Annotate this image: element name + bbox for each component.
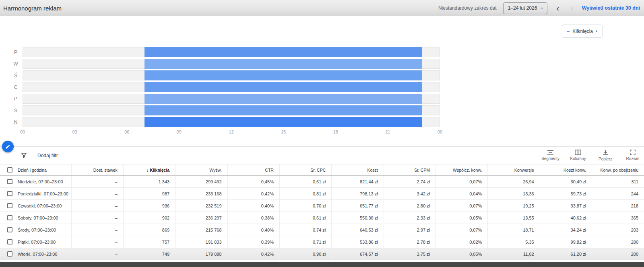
row-checkbox[interactable]	[7, 239, 12, 244]
metric-cell: 3,75 zł	[384, 248, 436, 260]
column-header[interactable]: ↓Kliknięcia	[123, 164, 175, 176]
metric-cell: 99,82 zł	[540, 236, 592, 248]
day-hour-cell: Poniedziałki, 07:00–23:00	[0, 188, 71, 200]
metric-cell: 757	[123, 236, 175, 248]
column-header[interactable]: Konwersje	[488, 164, 540, 176]
column-header-label: Śr. CPM	[414, 168, 430, 173]
next-period-button[interactable]: ›	[568, 4, 576, 12]
chart-day-row: P	[23, 94, 440, 104]
row-checkbox[interactable]	[7, 227, 12, 232]
column-header-label: Śr. CPC	[310, 168, 326, 173]
table-row: Niedziele, 07:00–23:00–1 343299 4920,45%…	[0, 176, 644, 188]
chart-day-label: Ś	[11, 73, 20, 78]
column-header[interactable]: Wyśw.	[175, 164, 227, 176]
metric-cell: 33,87 zł	[540, 200, 592, 212]
metric-cell: 550,36 zł	[332, 212, 384, 224]
metric-cell: 34,24 zł	[540, 224, 592, 236]
axis-tick-label: 00	[20, 129, 25, 134]
day-hour-label: Wtorki, 07:00–23:00	[18, 252, 57, 257]
metric-cell: 200	[592, 248, 644, 260]
show-last-30-days-link[interactable]: Wyświetl ostatnie 30 dni	[582, 5, 640, 11]
column-header[interactable]: Konw. po obejrzeniu	[592, 164, 644, 176]
table-header-row: Dzień i godzinaDost. stawek↓KliknięciaWy…	[0, 164, 644, 176]
column-header[interactable]: Koszt	[332, 164, 384, 176]
metric-cell: –	[71, 212, 123, 224]
axis-tick-label: 18	[333, 129, 338, 134]
metric-cell: –	[71, 176, 123, 188]
table-action-download[interactable]: Pobierz	[597, 150, 614, 161]
row-checkbox[interactable]	[7, 215, 12, 220]
table-row: Piątki, 07:00–23:00–757191 8330,39%0,71 …	[0, 236, 644, 248]
ad-schedule-table: Dzień i godzinaDost. stawek↓KliknięciaWy…	[0, 164, 644, 260]
column-header[interactable]: Koszt konw.	[540, 164, 592, 176]
schedule-track	[23, 94, 440, 104]
metric-cell: 11,02	[488, 248, 540, 260]
day-hour-label: Środy, 07:00–23:00	[18, 228, 56, 232]
schedule-bar	[144, 105, 422, 115]
table-action-columns[interactable]: Kolumny	[569, 150, 587, 161]
axis-tick-label: 09	[177, 129, 182, 134]
expand-icon	[630, 150, 636, 155]
table-row: Poniedziałki, 07:00–23:00–987233 1680,42…	[0, 188, 644, 200]
table-row: Środy, 07:00–23:00–869215 7680,40%0,74 z…	[0, 224, 644, 236]
top-bar: Harmonogram reklam Niestandardowy zakres…	[0, 0, 644, 16]
select-all-checkbox[interactable]	[7, 167, 12, 173]
table-row: Soboty, 07:00–23:00–902236 2970,38%0,61 …	[0, 212, 644, 224]
metric-cell: 2,74 zł	[384, 176, 436, 188]
column-header[interactable]: Dost. stawek	[71, 164, 123, 176]
row-checkbox[interactable]	[7, 179, 12, 184]
add-filter-button[interactable]: Dodaj filtr	[37, 153, 58, 158]
schedule-bar	[144, 47, 422, 57]
metric-cell: 30,49 zł	[540, 176, 592, 188]
metric-cell: 640,53 zł	[332, 224, 384, 236]
chevron-down-icon: ▾	[596, 29, 597, 33]
schedule-track	[23, 82, 440, 92]
column-header-label: Współcz. konw.	[453, 168, 482, 173]
date-range-controls: Niestandardowy zakres dat 1–24 lut 2026 …	[438, 2, 640, 14]
metric-cell: 869	[123, 224, 175, 236]
legend-line-icon: –	[567, 29, 570, 34]
metric-cell: 3,42 zł	[384, 188, 436, 200]
schedule-bar	[144, 94, 422, 104]
column-header[interactable]: Dzień i godzina	[0, 164, 71, 176]
metric-cell: 203	[592, 224, 644, 236]
axis-tick-label: 21	[385, 129, 390, 134]
date-range-type-label: Niestandardowy zakres dat	[438, 5, 497, 11]
metric-cell: 280	[592, 236, 644, 248]
date-range-select[interactable]: 1–24 lut 2026 ▾	[503, 2, 548, 14]
column-header[interactable]: Śr. CPC	[279, 164, 331, 176]
schedule-track	[23, 117, 440, 127]
previous-period-button[interactable]: ‹	[554, 4, 561, 12]
horizontal-scrollbar[interactable]	[0, 262, 644, 267]
row-checkbox[interactable]	[7, 203, 12, 208]
metric-cell: 798,13 zł	[332, 188, 384, 200]
table-action-label: Rozwiń	[626, 156, 640, 161]
metric-cell: 0,05%	[436, 248, 488, 260]
column-header[interactable]: Śr. CPM	[384, 164, 436, 176]
row-checkbox[interactable]	[7, 251, 12, 257]
filter-icon[interactable]	[21, 152, 27, 158]
ad-schedule-chart: – Kliknięcia ▾ PWŚCPSN 00030609121518210…	[0, 16, 644, 146]
segments-icon	[547, 150, 554, 155]
row-checkbox[interactable]	[7, 191, 12, 196]
metric-cell: 533,86 zł	[332, 236, 384, 248]
table-action-expand[interactable]: Rozwiń	[624, 150, 642, 161]
metric-cell: 0,40%	[227, 224, 279, 236]
column-header-label: Koszt	[367, 168, 378, 173]
day-hour-cell: Środy, 07:00–23:00	[0, 224, 71, 236]
table-action-segments[interactable]: Segmenty	[541, 150, 559, 161]
metric-select-button[interactable]: – Kliknięcia ▾	[562, 25, 603, 38]
metric-cell: 59,73 zł	[540, 188, 592, 200]
metric-cell: 236 297	[175, 212, 227, 224]
metric-cell: 0,71 zł	[279, 236, 331, 248]
metric-cell: 299 492	[175, 176, 227, 188]
metric-cell: 26,94	[488, 176, 540, 188]
edit-schedule-fab[interactable]	[2, 141, 14, 152]
axis-tick-label: 06	[124, 129, 129, 134]
column-header[interactable]: Współcz. konw.	[436, 164, 488, 176]
column-header[interactable]: CTR	[227, 164, 279, 176]
metric-cell: 0,90 zł	[279, 248, 331, 260]
table-toolbar: Dodaj filtr SegmentyKolumnyPobierzRozwiń	[0, 146, 644, 164]
metric-cell: 40,62 zł	[540, 212, 592, 224]
day-hour-cell: Wtorki, 07:00–23:00	[0, 248, 71, 260]
